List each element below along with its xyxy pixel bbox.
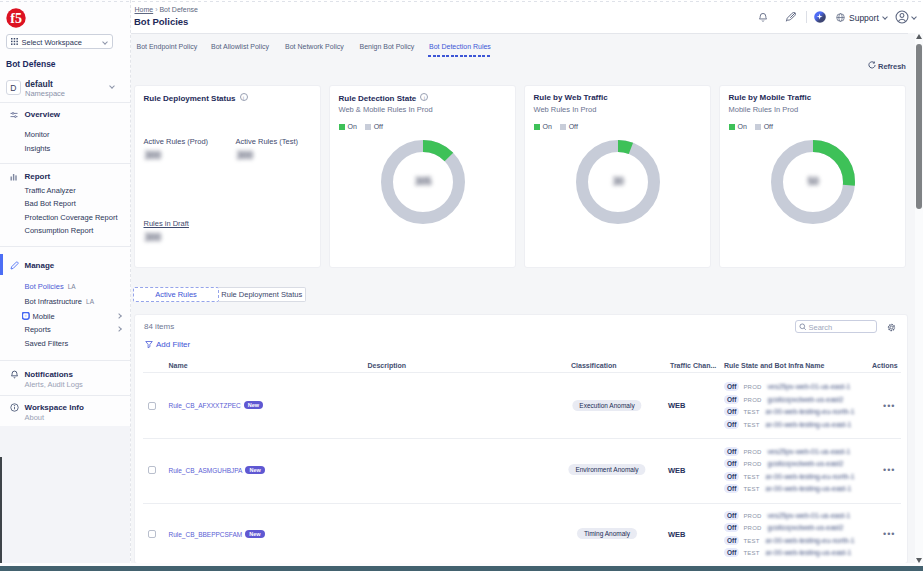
svg-text:f5: f5 (10, 11, 22, 26)
